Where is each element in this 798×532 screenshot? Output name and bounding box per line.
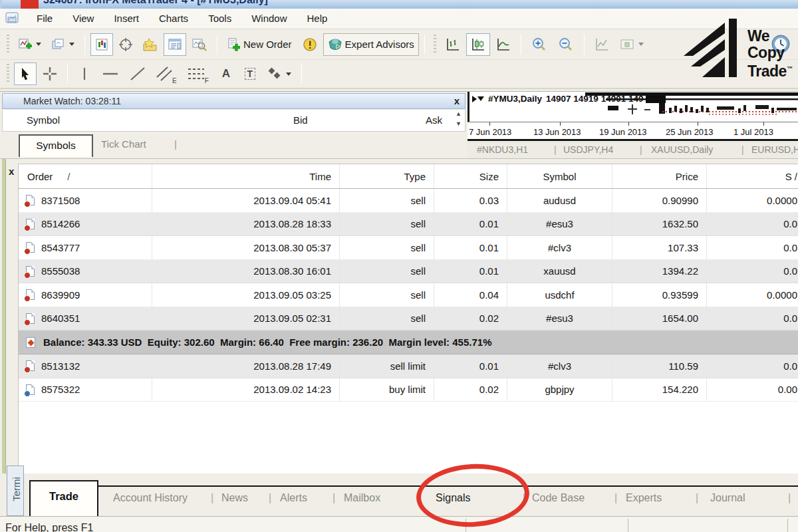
column-bid[interactable]: Bid xyxy=(293,114,308,126)
trendline-tool-button[interactable] xyxy=(125,63,150,85)
tab-symbols[interactable]: Symbols xyxy=(19,134,93,157)
tab-code-base[interactable]: Code Base xyxy=(532,492,585,504)
tab-news[interactable]: News xyxy=(221,492,248,504)
menu-tools[interactable]: Tools xyxy=(198,9,241,29)
indicators-button[interactable] xyxy=(590,33,614,56)
line-chart-icon xyxy=(496,37,511,52)
table-row[interactable]: 86403512013.09.05 02:31sell0.02#esu31654… xyxy=(19,307,798,331)
column-size[interactable]: Size xyxy=(434,164,507,188)
tab-divider-line xyxy=(29,485,798,487)
table-row[interactable]: 86399092013.09.05 03:25sell0.04usdchf0.9… xyxy=(19,283,798,307)
tab-tick-chart[interactable]: Tick Chart xyxy=(101,138,146,150)
market-watch-button[interactable] xyxy=(90,33,113,56)
navigator-button[interactable] xyxy=(138,33,162,56)
cell-sl: 0.00 xyxy=(707,378,798,402)
tab-mailbox[interactable]: Mailbox xyxy=(344,492,380,504)
chart-window-icon xyxy=(5,12,21,25)
cell-type: sell limit xyxy=(340,354,434,378)
column-symbol[interactable]: Symbol xyxy=(507,164,612,188)
chart-tab-eurusd-h1[interactable]: EURUSD,H1 xyxy=(751,144,798,155)
table-row[interactable]: 83715082013.09.04 05:41sell0.03audusd0.9… xyxy=(19,189,798,213)
fibonacci-tool-button[interactable]: F xyxy=(183,63,213,85)
menu-charts[interactable]: Charts xyxy=(149,9,198,29)
periods-button[interactable] xyxy=(615,33,648,56)
menu-file[interactable]: File xyxy=(27,9,63,29)
column-time[interactable]: Time xyxy=(152,164,340,188)
chevron-down-icon xyxy=(36,43,41,46)
table-row[interactable]: 85142662013.08.28 18:33sell0.01#esu31632… xyxy=(19,213,798,237)
column-price[interactable]: Price xyxy=(612,164,707,188)
column-order[interactable]: Order / xyxy=(19,164,152,188)
column-type[interactable]: Type xyxy=(340,164,434,188)
cursor-tool-button[interactable] xyxy=(14,63,37,85)
axis-tick-mark xyxy=(489,122,490,126)
cell-price: 107.33 xyxy=(612,236,707,259)
chart-tab--nkdu3-h1[interactable]: #NKDU3,H1 xyxy=(477,144,528,155)
data-window-button[interactable] xyxy=(114,33,137,56)
candlestick-type-button[interactable] xyxy=(466,33,490,56)
menu-view[interactable]: View xyxy=(63,9,104,29)
menu-insert[interactable]: Insert xyxy=(104,9,149,29)
zoom-out-button[interactable] xyxy=(553,33,579,56)
chart-tab-usdjpy-h4[interactable]: USDJPY,H4 xyxy=(563,144,613,155)
zoom-in-button[interactable] xyxy=(527,33,552,56)
profiles-button[interactable] xyxy=(47,33,79,56)
scroll-up-icon[interactable]: ▲ xyxy=(456,111,462,117)
sort-indicator-icon: / xyxy=(67,171,70,182)
tab-separator: | xyxy=(614,492,617,504)
chart-tab-xauusd-daily[interactable]: XAUUSD,Daily xyxy=(651,144,713,155)
table-row[interactable]: 85753222013.09.02 14:23buy limit0.02gbpj… xyxy=(19,378,798,402)
toolbar-grip[interactable] xyxy=(434,35,436,55)
line-chart-type-button[interactable] xyxy=(491,33,515,56)
toolbar-separator xyxy=(424,35,425,55)
cell-size: 0.02 xyxy=(434,307,507,331)
channel-letter: E xyxy=(172,77,177,84)
horizontal-line-tool-button[interactable] xyxy=(97,63,124,85)
expert-advisors-button[interactable]: Expert Advisors xyxy=(323,33,419,56)
menu-help[interactable]: Help xyxy=(297,9,338,29)
metaeditor-button[interactable] xyxy=(298,33,322,56)
tab-journal[interactable]: Journal xyxy=(710,492,745,504)
axis-tick-mark xyxy=(628,122,629,126)
new-order-button[interactable]: New Order xyxy=(223,33,297,56)
new-chart-button[interactable] xyxy=(14,33,46,56)
market-watch-titlebar[interactable]: Market Watch: 03:28:11 x xyxy=(2,93,466,109)
column-sl[interactable]: S / xyxy=(707,164,798,188)
bar-chart-type-button[interactable] xyxy=(441,33,465,56)
tab-alerts[interactable]: Alerts xyxy=(280,492,307,504)
tab-experts[interactable]: Experts xyxy=(626,492,662,504)
column-ask[interactable]: Ask xyxy=(426,114,442,126)
text-tool-button[interactable]: A xyxy=(215,63,237,85)
table-row[interactable]: 85437772013.08.30 05:37sell0.01#clv3107.… xyxy=(19,236,798,260)
table-row[interactable]: 85550382013.08.30 16:01sell0.01xauusd139… xyxy=(19,260,798,284)
text-label-tool-button[interactable]: T xyxy=(239,63,261,85)
close-icon[interactable]: x xyxy=(9,166,14,177)
chart-strip[interactable]: #YMU3,Daily 14907 14919 14901 149 xyxy=(467,92,798,122)
close-icon[interactable]: x xyxy=(454,94,460,108)
cell-type: sell xyxy=(340,236,434,259)
terminal-side-tab[interactable]: Termi xyxy=(7,466,24,516)
title-bar: 324087: IronFX MetaTrader 4 - [#YMU3,Dai… xyxy=(0,0,798,9)
tab-account-history[interactable]: Account History xyxy=(113,492,188,504)
column-symbol[interactable]: Symbol xyxy=(27,114,60,126)
order-doc-icon xyxy=(26,360,35,371)
terminal-button[interactable] xyxy=(164,33,186,56)
tab-trade[interactable]: Trade xyxy=(29,480,98,516)
channel-tool-button[interactable]: E xyxy=(152,63,182,85)
market-watch-title: Market Watch: 03:28:11 xyxy=(23,96,121,106)
cell-sl: 0.0 xyxy=(707,260,798,283)
market-watch-icon xyxy=(96,39,108,51)
arrows-tool-button[interactable] xyxy=(263,63,296,85)
table-row[interactable]: 85131322013.08.28 17:49sell limit0.01#cl… xyxy=(19,354,798,378)
vertical-line-tool-button[interactable] xyxy=(73,63,96,85)
crosshair-tool-button[interactable] xyxy=(38,63,62,85)
toolbar-grip[interactable] xyxy=(7,35,9,55)
strategy-tester-button[interactable] xyxy=(188,33,211,56)
scroll-down-icon[interactable]: ▼ xyxy=(456,121,462,127)
cell-symbol: #clv3 xyxy=(507,236,612,259)
scroll-arrows[interactable]: ▲ ▼ xyxy=(456,111,462,127)
menu-window[interactable]: Window xyxy=(241,9,297,29)
cell-size: 0.03 xyxy=(434,189,507,212)
chart-tab-separator: | xyxy=(554,144,557,155)
toolbar-grip[interactable] xyxy=(7,64,9,84)
